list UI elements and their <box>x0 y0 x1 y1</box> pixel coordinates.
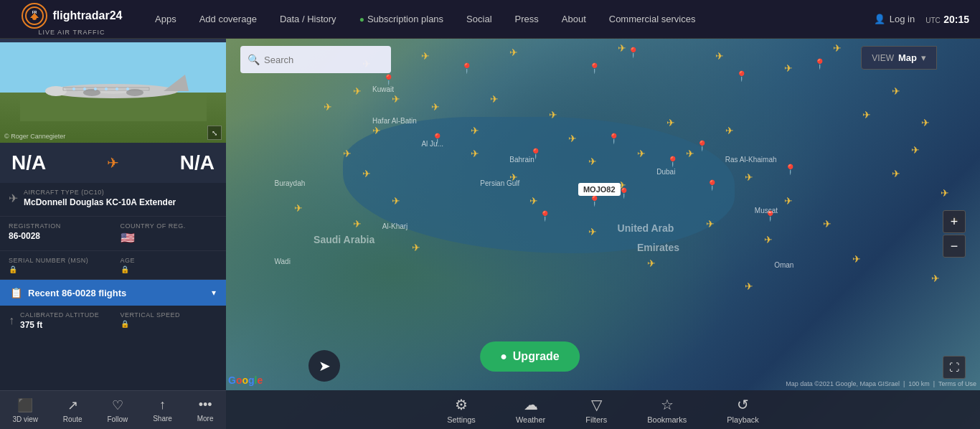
aircraft-marker[interactable]: ✈ <box>588 156 597 167</box>
aircraft-marker[interactable]: ✈ <box>745 171 753 183</box>
nav-data-history[interactable]: Data / History <box>268 0 348 39</box>
aircraft-marker[interactable]: ✈ <box>941 187 949 199</box>
airport-pin[interactable]: 📍 <box>764 210 776 222</box>
airport-pin[interactable]: 📍 <box>588 62 600 74</box>
airport-pin[interactable]: 📍 <box>627 47 639 58</box>
airport-pin[interactable]: 📍 <box>382 74 395 85</box>
aircraft-marker[interactable]: ✈ <box>852 253 861 265</box>
aircraft-marker[interactable]: ✈ <box>324 101 332 113</box>
airport-pin[interactable]: 📍 <box>696 140 708 151</box>
aircraft-marker[interactable]: ✈ <box>911 144 920 156</box>
aircraft-marker[interactable]: ✈ <box>471 125 479 136</box>
airport-pin[interactable]: 📍 <box>608 133 620 144</box>
login-button[interactable]: 👤 Log in <box>874 14 915 24</box>
aircraft-marker[interactable]: ✈ <box>833 42 842 54</box>
zoom-out-button[interactable]: − <box>943 235 966 258</box>
logo-circle: FR <box>22 3 47 29</box>
aircraft-marker[interactable]: ✈ <box>823 218 831 230</box>
aircraft-marker[interactable]: ✈ <box>529 195 538 207</box>
airport-pin[interactable]: 📍 <box>529 148 542 159</box>
aircraft-marker[interactable]: ✈ <box>715 50 724 62</box>
route-display: N/A ✈ N/A <box>0 143 226 183</box>
nav-subscription[interactable]: ● Subscription plans <box>348 0 455 39</box>
aircraft-marker[interactable]: ✈ <box>686 148 694 159</box>
route-from: N/A <box>11 151 46 174</box>
airport-pin[interactable]: 📍 <box>539 210 551 222</box>
flight-map-label[interactable]: MOJO82 <box>578 183 621 196</box>
aircraft-marker[interactable]: ✈ <box>647 258 656 269</box>
aircraft-marker[interactable]: ✈ <box>931 273 940 284</box>
map-search-bar[interactable]: 🔍 <box>240 46 391 73</box>
panel-bottom-toolbar: ⬛ 3D view ↗ Route ♡ Follow ↑ Share ••• M… <box>0 390 226 429</box>
aircraft-marker[interactable]: ✈ <box>412 242 420 253</box>
aircraft-marker[interactable]: ✈ <box>549 109 557 121</box>
aircraft-marker[interactable]: ✈ <box>784 62 793 74</box>
svg-point-13 <box>83 88 86 90</box>
svg-point-8 <box>83 89 100 96</box>
logo[interactable]: FR flightradar24 LIVE AIR TRAFFIC <box>0 3 143 36</box>
nav-press[interactable]: Press <box>504 0 550 39</box>
expand-image-button[interactable]: ⤡ <box>207 126 222 140</box>
filters-tool-button[interactable]: ▽ Filters <box>565 392 627 428</box>
bookmarks-tool-button[interactable]: ☆ Bookmarks <box>627 392 707 428</box>
aircraft-marker[interactable]: ✈ <box>509 47 518 58</box>
aircraft-marker[interactable]: ✈ <box>784 195 793 207</box>
weather-tool-button[interactable]: ☁ Weather <box>496 392 565 428</box>
aircraft-marker[interactable]: ✈ <box>764 234 773 245</box>
aircraft-marker[interactable]: ✈ <box>706 218 715 230</box>
follow-button[interactable]: ♡ Follow <box>101 395 133 426</box>
recent-flights-section[interactable]: 📋 Recent 86-0028 flights ▾ <box>0 280 226 306</box>
aircraft-marker[interactable]: ✈ <box>862 109 871 121</box>
airport-pin[interactable]: 📍 <box>666 156 679 167</box>
aircraft-marker[interactable]: ✈ <box>471 148 479 159</box>
airport-pin[interactable]: 📍 <box>431 133 443 144</box>
playback-tool-button[interactable]: ↺ Playback <box>707 392 779 428</box>
aircraft-marker[interactable]: ✈ <box>431 101 440 113</box>
aircraft-marker[interactable]: ✈ <box>509 171 518 183</box>
aircraft-marker[interactable]: ✈ <box>618 42 626 54</box>
3d-view-button[interactable]: ⬛ 3D view <box>6 395 44 426</box>
aircraft-marker[interactable]: ✈ <box>745 280 753 292</box>
airport-pin[interactable]: 📍 <box>461 62 473 74</box>
weather-icon: ☁ <box>524 396 538 413</box>
aircraft-marker[interactable]: ✈ <box>892 168 900 179</box>
nav-about[interactable]: About <box>550 0 598 39</box>
aircraft-marker[interactable]: ✈ <box>392 93 400 105</box>
serial-age-section: SERIAL NUMBER (MSN) 🔒 AGE 🔒 <box>0 251 226 280</box>
aircraft-marker[interactable]: ✈ <box>725 125 734 136</box>
aircraft-marker[interactable]: ✈ <box>892 85 900 97</box>
aircraft-marker[interactable]: ✈ <box>421 50 430 62</box>
zoom-controls: + − <box>943 210 966 258</box>
airport-pin[interactable]: 📍 <box>784 164 796 175</box>
nav-social[interactable]: Social <box>455 0 503 39</box>
aircraft-marker[interactable]: ✈ <box>588 226 597 237</box>
nav-add-coverage[interactable]: Add coverage <box>188 0 268 39</box>
aircraft-marker[interactable]: ✈ <box>490 93 499 105</box>
airport-pin[interactable]: 📍 <box>706 179 718 191</box>
aircraft-marker[interactable]: ✈ <box>921 117 930 128</box>
aircraft-marker[interactable]: ✈ <box>353 218 362 230</box>
search-input[interactable] <box>264 55 384 65</box>
zoom-in-button[interactable]: + <box>943 210 966 233</box>
aircraft-marker[interactable]: ✈ <box>666 117 675 128</box>
location-button[interactable]: ➤ <box>308 350 340 382</box>
aircraft-marker[interactable]: ✈ <box>568 133 577 144</box>
aircraft-marker[interactable]: ✈ <box>637 148 646 159</box>
nav-apps[interactable]: Apps <box>143 0 188 39</box>
fullscreen-button[interactable]: ⛶ <box>943 356 966 379</box>
route-button[interactable]: ↗ Route <box>57 395 88 426</box>
aircraft-marker[interactable]: ✈ <box>372 125 381 136</box>
view-button[interactable]: VIEW Map ▾ <box>861 46 937 70</box>
share-button[interactable]: ↑ Share <box>147 395 178 425</box>
aircraft-marker[interactable]: ✈ <box>362 168 371 179</box>
more-button[interactable]: ••• More <box>192 395 220 425</box>
aircraft-marker[interactable]: ✈ <box>353 85 362 97</box>
aircraft-marker[interactable]: ✈ <box>392 195 400 207</box>
airport-pin[interactable]: 📍 <box>814 58 826 70</box>
nav-commercial[interactable]: Commercial services <box>598 0 707 39</box>
settings-tool-button[interactable]: ⚙ Settings <box>427 392 496 428</box>
aircraft-marker[interactable]: ✈ <box>343 148 352 159</box>
airport-pin[interactable]: 📍 <box>735 70 748 82</box>
upgrade-button[interactable]: ● Upgrade <box>480 341 580 372</box>
aircraft-marker[interactable]: ✈ <box>294 202 303 214</box>
